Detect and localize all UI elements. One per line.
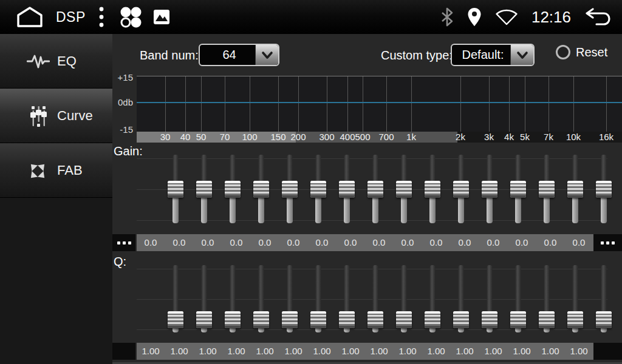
sidebar-item-eq[interactable]: EQ: [0, 34, 112, 89]
slider-track-upper[interactable]: [201, 265, 207, 314]
slider-track-lower[interactable]: [601, 195, 607, 223]
slider-handle[interactable]: [425, 181, 440, 198]
band-slider[interactable]: [446, 265, 475, 332]
slider-track-upper[interactable]: [173, 155, 178, 183]
band-slider[interactable]: [275, 155, 304, 223]
slider-track-upper[interactable]: [287, 265, 292, 314]
band-slider[interactable]: [247, 155, 275, 223]
slider-track-lower[interactable]: [344, 195, 350, 223]
slider-handle[interactable]: [482, 311, 497, 328]
chevron-down-icon[interactable]: [510, 45, 533, 65]
slider-handle[interactable]: [168, 311, 183, 328]
slider-handle[interactable]: [539, 311, 555, 328]
band-slider[interactable]: [446, 155, 475, 223]
band-slider[interactable]: [218, 265, 247, 332]
slider-handle[interactable]: [339, 311, 355, 328]
slider-track-lower[interactable]: [315, 195, 321, 223]
band-slider[interactable]: [389, 265, 418, 332]
more-left-button[interactable]: [112, 234, 135, 251]
slider-handle[interactable]: [510, 311, 526, 328]
slider-track-upper[interactable]: [401, 155, 406, 183]
slider-handle[interactable]: [510, 181, 526, 198]
slider-handle[interactable]: [310, 311, 326, 328]
band-slider[interactable]: [532, 265, 561, 332]
slider-handle[interactable]: [253, 311, 269, 328]
band-slider[interactable]: [561, 155, 589, 223]
slider-track-lower[interactable]: [201, 195, 207, 223]
band-slider[interactable]: [247, 265, 275, 332]
home-icon[interactable]: [16, 6, 44, 28]
slider-track-lower[interactable]: [429, 195, 436, 223]
slider-handle[interactable]: [367, 311, 383, 328]
slider-handle[interactable]: [425, 311, 440, 328]
band-slider[interactable]: [304, 155, 332, 223]
slider-track-upper[interactable]: [515, 155, 521, 183]
more-right-button[interactable]: [593, 234, 622, 251]
band-slider[interactable]: [161, 265, 190, 332]
slider-track-upper[interactable]: [258, 155, 264, 183]
slider-handle[interactable]: [539, 181, 555, 198]
slider-handle[interactable]: [396, 181, 412, 198]
band-slider[interactable]: [589, 155, 618, 223]
slider-track-upper[interactable]: [429, 155, 435, 183]
slider-track-upper[interactable]: [515, 265, 521, 314]
band-slider[interactable]: [589, 265, 618, 332]
slider-handle[interactable]: [225, 181, 241, 198]
slider-handle[interactable]: [339, 181, 355, 198]
slider-track-lower[interactable]: [372, 195, 378, 223]
band-slider[interactable]: [389, 155, 418, 223]
band-slider[interactable]: [504, 155, 532, 223]
back-icon[interactable]: [584, 7, 611, 27]
slider-track-upper[interactable]: [572, 155, 578, 183]
slider-track-upper[interactable]: [315, 265, 321, 314]
band-slider[interactable]: [475, 265, 504, 332]
band-slider[interactable]: [332, 265, 361, 332]
slider-handle[interactable]: [168, 181, 183, 198]
slider-track-upper[interactable]: [458, 265, 463, 314]
slider-track-lower[interactable]: [458, 195, 464, 223]
band-slider[interactable]: [561, 265, 589, 332]
band-slider[interactable]: [418, 265, 446, 332]
slider-track-upper[interactable]: [458, 155, 463, 183]
slider-track-upper[interactable]: [572, 265, 578, 314]
slider-track-lower[interactable]: [287, 195, 293, 223]
slider-handle[interactable]: [453, 311, 469, 328]
slider-track-upper[interactable]: [544, 155, 549, 183]
slider-handle[interactable]: [310, 181, 326, 198]
band-slider[interactable]: [532, 155, 561, 223]
slider-handle[interactable]: [225, 311, 241, 328]
slider-track-upper[interactable]: [258, 265, 264, 314]
slider-track-upper[interactable]: [287, 155, 292, 183]
slider-handle[interactable]: [567, 181, 583, 198]
band-slider[interactable]: [190, 155, 218, 223]
slider-handle[interactable]: [253, 181, 269, 198]
band-slider[interactable]: [275, 265, 304, 332]
slider-track-lower[interactable]: [173, 195, 179, 223]
slider-handle[interactable]: [482, 181, 497, 198]
slider-track-lower[interactable]: [515, 195, 521, 223]
slider-track-lower[interactable]: [258, 195, 264, 223]
slider-track-upper[interactable]: [544, 265, 549, 314]
sidebar-item-curve[interactable]: Curve: [0, 89, 112, 143]
slider-track-lower[interactable]: [401, 195, 407, 223]
frequency-axis[interactable]: 304050701001502003004005007001k2k3k4k5k7…: [137, 132, 622, 143]
band-slider[interactable]: [361, 265, 389, 332]
slider-track-upper[interactable]: [372, 155, 378, 183]
reset-radio-icon[interactable]: [556, 45, 570, 59]
slider-handle[interactable]: [282, 181, 298, 198]
slider-handle[interactable]: [196, 311, 212, 328]
slider-track-lower[interactable]: [572, 195, 578, 223]
gallery-icon[interactable]: [154, 10, 169, 24]
slider-handle[interactable]: [567, 311, 583, 328]
slider-handle[interactable]: [196, 181, 212, 198]
band-slider[interactable]: [218, 155, 247, 223]
slider-track-upper[interactable]: [315, 155, 321, 183]
slider-track-upper[interactable]: [201, 155, 207, 183]
slider-track-upper[interactable]: [230, 155, 235, 183]
sidebar-item-fab[interactable]: FAB: [0, 143, 112, 198]
slider-track-lower[interactable]: [487, 195, 493, 223]
slider-track-upper[interactable]: [487, 155, 492, 183]
band-slider[interactable]: [418, 155, 446, 223]
slider-handle[interactable]: [282, 311, 298, 328]
slider-track-lower[interactable]: [230, 195, 236, 223]
